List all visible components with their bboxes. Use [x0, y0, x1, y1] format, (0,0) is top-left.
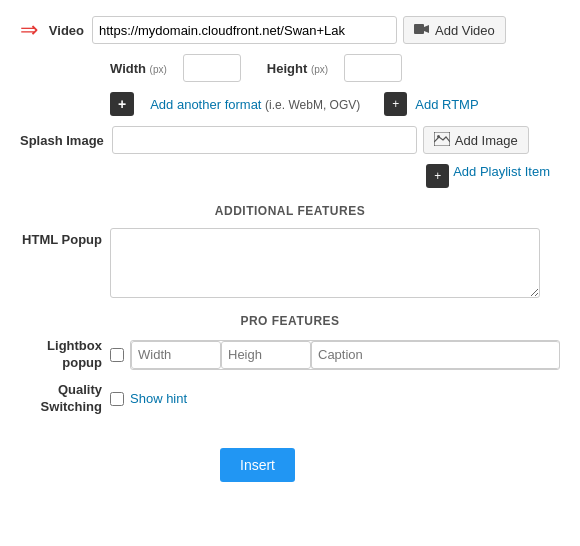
insert-button[interactable]: Insert — [220, 448, 295, 482]
svg-marker-1 — [424, 25, 429, 33]
height-input[interactable] — [344, 54, 402, 82]
height-label: Height (px) — [267, 61, 328, 76]
lightbox-popup-label: Lightbox popup — [20, 338, 110, 372]
splash-image-input[interactable] — [112, 126, 417, 154]
lightbox-inputs-group — [130, 340, 560, 370]
image-icon — [434, 132, 450, 149]
lightbox-height-input[interactable] — [221, 341, 311, 369]
add-image-button[interactable]: Add Image — [423, 126, 529, 154]
add-rtmp-link[interactable]: Add RTMP — [415, 97, 478, 112]
lightbox-caption-input[interactable] — [311, 341, 559, 369]
html-popup-textarea[interactable] — [110, 228, 540, 298]
additional-features-header: ADDITIONAL FEATURES — [20, 204, 560, 218]
add-image-label: Add Image — [455, 133, 518, 148]
width-input[interactable] — [183, 54, 241, 82]
video-url-input[interactable] — [92, 16, 397, 44]
arrow-icon: ⇒ — [20, 17, 38, 43]
width-label: Width (px) — [110, 61, 167, 76]
svg-rect-0 — [414, 24, 424, 34]
plus-icon-playlist: + — [434, 169, 441, 183]
quality-switching-label: Quality Switching — [20, 382, 110, 416]
add-video-label: Add Video — [435, 23, 495, 38]
lightbox-checkbox[interactable] — [110, 348, 124, 362]
add-format-link[interactable]: Add another format (i.e. WebM, OGV) — [150, 97, 360, 112]
plus-icon: + — [118, 96, 126, 112]
video-label: Video — [42, 23, 92, 38]
html-popup-label: HTML Popup — [20, 228, 110, 247]
add-format-button[interactable]: + — [110, 92, 134, 116]
add-video-button[interactable]: Add Video — [403, 16, 506, 44]
splash-image-label: Splash Image — [20, 133, 112, 148]
add-playlist-button[interactable]: + — [426, 164, 449, 188]
add-playlist-link[interactable]: Add Playlist Item — [453, 164, 550, 188]
show-hint-link[interactable]: Show hint — [130, 391, 187, 406]
video-camera-icon — [414, 23, 430, 38]
pro-features-header: PRO FEATURES — [20, 314, 560, 328]
quality-switching-checkbox[interactable] — [110, 392, 124, 406]
lightbox-width-input[interactable] — [131, 341, 221, 369]
add-rtmp-button[interactable]: + — [384, 92, 407, 116]
plus-icon-rtmp: + — [392, 97, 399, 111]
